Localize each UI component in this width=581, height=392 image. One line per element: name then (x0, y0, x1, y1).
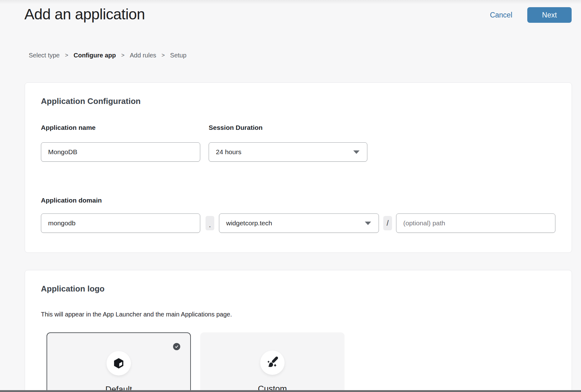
add-application-page: Add an application Cancel Next Select ty… (0, 0, 581, 392)
next-button[interactable]: Next (527, 7, 572, 23)
session-duration-select[interactable]: 24 hours (209, 142, 367, 162)
application-logo-card: Application logo This will appear in the… (25, 270, 572, 392)
breadcrumb-separator: > (161, 52, 165, 59)
domain-select[interactable]: widgetcorp.tech (219, 213, 379, 233)
page-title: Add an application (24, 6, 145, 23)
application-configuration-card: Application Configuration Application na… (25, 82, 572, 253)
logo-description: This will appear in the App Launcher and… (41, 311, 232, 318)
header-actions: Cancel Next (490, 7, 572, 23)
breadcrumb-item-configure-app[interactable]: Configure app (73, 52, 116, 59)
configuration-heading: Application Configuration (41, 96, 141, 106)
session-duration-value: 24 hours (216, 148, 241, 156)
chevron-down-icon (353, 150, 360, 154)
breadcrumb-item-setup[interactable]: Setup (170, 52, 186, 59)
custom-logo-circle (260, 350, 285, 375)
paintbrush-icon (266, 356, 279, 370)
session-duration-label: Session Duration (209, 124, 263, 131)
default-logo-circle (107, 351, 131, 375)
check-icon (175, 345, 179, 349)
breadcrumb-item-add-rules[interactable]: Add rules (130, 52, 156, 59)
breadcrumb-item-select-type[interactable]: Select type (29, 52, 60, 59)
selected-check-badge (173, 343, 180, 350)
dot-separator: . (206, 216, 214, 230)
chevron-down-icon (365, 222, 371, 225)
subdomain-input[interactable] (41, 213, 200, 233)
application-name-label: Application name (41, 124, 96, 131)
breadcrumb: Select type > Configure app > Add rules … (29, 52, 186, 59)
logo-option-custom[interactable]: Custom (200, 332, 345, 392)
logo-heading: Application logo (41, 284, 105, 294)
logo-option-default[interactable]: Default (47, 332, 191, 392)
breadcrumb-separator: > (121, 52, 125, 59)
slash-separator: / (383, 216, 392, 230)
breadcrumb-separator: > (65, 52, 68, 59)
horizontal-scrollbar[interactable] (0, 390, 581, 392)
logo-options: Default Custom (47, 332, 345, 392)
path-input[interactable] (396, 213, 555, 233)
application-name-input[interactable] (41, 142, 200, 162)
cancel-button[interactable]: Cancel (490, 11, 512, 19)
cube-icon (112, 357, 125, 370)
domain-select-value: widgetcorp.tech (226, 219, 272, 227)
application-domain-label: Application domain (41, 197, 102, 204)
